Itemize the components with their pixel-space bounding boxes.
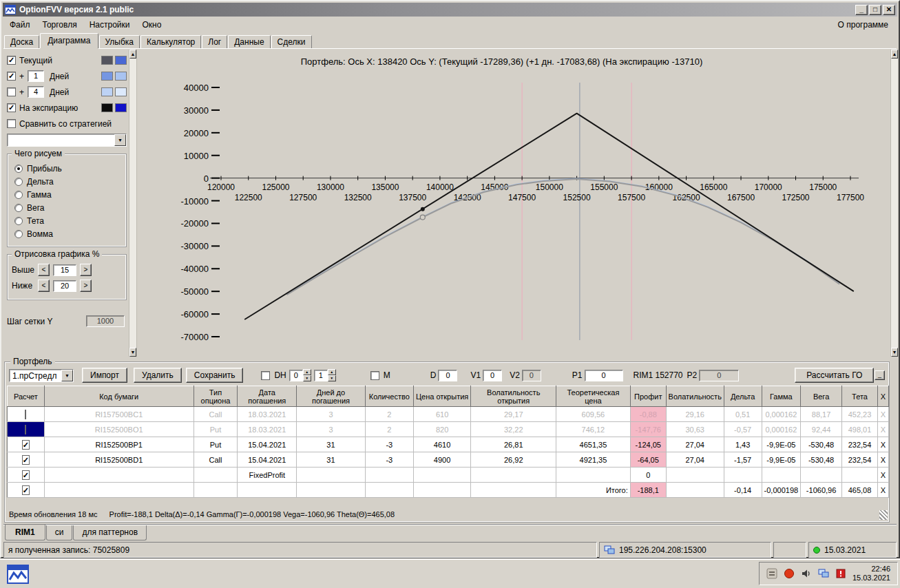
row-delete-button[interactable]: X: [877, 468, 888, 483]
color-swatch[interactable]: [115, 87, 127, 96]
menu-item-1[interactable]: Торговля: [36, 19, 83, 31]
table-row-4[interactable]: ✓FixedProfit0X: [8, 468, 889, 483]
scroll-up-icon[interactable]: ▲: [129, 50, 136, 59]
menu-item-0[interactable]: Файл: [3, 19, 36, 31]
dh-spinner-a-value[interactable]: 0: [289, 370, 303, 381]
row-delete-button[interactable]: X: [877, 483, 888, 498]
curve-checkbox[interactable]: ✓: [7, 72, 16, 81]
below-percent-input[interactable]: 20: [53, 280, 76, 292]
radio-button[interactable]: [14, 230, 23, 238]
v1-input[interactable]: 0: [483, 370, 502, 381]
close-button[interactable]: ✕: [883, 5, 895, 15]
row-delete-button[interactable]: X: [877, 407, 888, 422]
d-input[interactable]: 0: [438, 370, 457, 381]
color-swatch[interactable]: [115, 103, 127, 112]
tab-2[interactable]: Улыбка: [99, 35, 140, 48]
column-header-0[interactable]: Расчет: [8, 386, 45, 407]
row-calc-cell[interactable]: ✓: [8, 483, 45, 498]
calc-margin-button[interactable]: Рассчитать ГО: [795, 368, 874, 383]
m-checkbox[interactable]: [370, 371, 379, 380]
color-swatch[interactable]: [101, 56, 113, 65]
chevron-down-icon[interactable]: ▼: [114, 134, 126, 146]
radio-button[interactable]: [14, 165, 23, 173]
scroll-down-icon[interactable]: ▼: [129, 348, 136, 357]
column-header-6[interactable]: Цена открытия: [413, 386, 471, 407]
p1-input[interactable]: 0: [585, 370, 623, 381]
tab-3[interactable]: Калькулятор: [140, 35, 201, 48]
table-row-1[interactable]: RI152500BO1Put18.03.20213282032,22746,12…: [8, 422, 889, 437]
taskbar-app-icon[interactable]: [7, 563, 29, 585]
color-swatch[interactable]: [101, 72, 113, 81]
dh-spinner-b[interactable]: 1 ▲▼: [314, 369, 336, 381]
v2-input[interactable]: 0: [522, 370, 541, 381]
collapse-button[interactable]: _: [875, 370, 885, 380]
tab-1[interactable]: Диаграмма: [40, 33, 98, 48]
row-calc-cell[interactable]: [8, 407, 45, 422]
color-swatch[interactable]: [115, 72, 127, 81]
save-button[interactable]: Сохранить: [186, 368, 244, 383]
sidebar-scrollbar[interactable]: ▲ ▼: [129, 50, 137, 357]
row-checkbox[interactable]: [25, 425, 26, 434]
preset-combobox[interactable]: 1.прСтредл ▼: [9, 369, 74, 382]
input-language-icon[interactable]: [766, 568, 777, 579]
column-header-3[interactable]: Дата погашения: [238, 386, 297, 407]
alert-tray-icon[interactable]: [835, 568, 846, 579]
above-percent-input[interactable]: 15: [53, 264, 76, 276]
bottom-tab-1[interactable]: си: [46, 525, 73, 540]
curve-checkbox[interactable]: [7, 119, 16, 128]
column-header-8[interactable]: Теоретическая цена: [556, 386, 631, 407]
radio-button[interactable]: [14, 178, 23, 186]
above-decrease-button[interactable]: <: [38, 264, 50, 276]
row-calc-cell[interactable]: ✓: [8, 452, 45, 468]
row-calc-cell[interactable]: ✓: [8, 468, 45, 483]
menu-about[interactable]: О программе: [830, 19, 897, 31]
row-checkbox[interactable]: ✓: [22, 470, 30, 480]
row-delete-button[interactable]: X: [877, 437, 888, 452]
maximize-button[interactable]: □: [869, 5, 881, 15]
curve-checkbox[interactable]: [7, 87, 16, 96]
color-swatch[interactable]: [101, 87, 113, 96]
table-row-3[interactable]: ✓RI152500BD1Call15.04.202131-3490026,924…: [8, 452, 889, 468]
radio-button[interactable]: [14, 191, 23, 199]
dh-spinner-a[interactable]: 0 ▲▼: [289, 369, 311, 381]
tab-4[interactable]: Лог: [202, 35, 227, 48]
days-input[interactable]: 1: [28, 70, 44, 82]
import-button[interactable]: Импорт: [82, 368, 127, 383]
above-increase-button[interactable]: >: [80, 264, 92, 276]
spin-down-icon[interactable]: ▼: [328, 375, 336, 381]
row-calc-cell[interactable]: [8, 422, 45, 437]
color-swatch[interactable]: [115, 56, 127, 65]
bottom-tab-2[interactable]: для паттернов: [73, 525, 147, 540]
row-checkbox[interactable]: ✓: [22, 455, 30, 465]
grid-step-input[interactable]: 1000: [86, 315, 125, 327]
row-calc-cell[interactable]: ✓: [8, 437, 45, 452]
minimize-button[interactable]: _: [855, 5, 868, 15]
scroll-down-icon[interactable]: ▼: [891, 348, 898, 357]
delete-button[interactable]: Удалить: [134, 368, 182, 383]
column-header-9[interactable]: Профит: [630, 386, 666, 407]
dh-spinner-b-value[interactable]: 1: [314, 370, 328, 381]
spin-up-icon[interactable]: ▲: [303, 369, 311, 375]
below-decrease-button[interactable]: <: [38, 280, 50, 292]
app-tray-icon[interactable]: [784, 568, 795, 579]
column-header-14[interactable]: Тета: [842, 386, 878, 407]
radio-button[interactable]: [14, 204, 23, 212]
row-checkbox[interactable]: [25, 410, 26, 419]
curve-checkbox[interactable]: ✓: [7, 56, 16, 65]
row-checkbox[interactable]: ✓: [22, 440, 30, 450]
tab-6[interactable]: Сделки: [271, 35, 312, 48]
row-delete-button[interactable]: X: [877, 422, 888, 437]
bottom-tab-0[interactable]: RIM1: [5, 525, 45, 540]
column-header-10[interactable]: Волатильность: [666, 386, 724, 407]
column-header-7[interactable]: Волатильность открытия: [471, 386, 556, 407]
menu-item-2[interactable]: Настройки: [83, 19, 136, 31]
tab-5[interactable]: Данные: [228, 35, 270, 48]
table-row-5[interactable]: ✓Итого:-188,1-0,14-0,000198-1060,96465,0…: [8, 483, 889, 498]
table-row-2[interactable]: ✓RI152500BP1Put15.04.202131-3461026,8146…: [8, 437, 889, 452]
row-delete-button[interactable]: X: [877, 452, 888, 468]
tab-0[interactable]: Доска: [4, 35, 39, 48]
spin-up-icon[interactable]: ▲: [328, 369, 336, 375]
strategy-combobox[interactable]: ▼: [7, 134, 127, 147]
radio-button[interactable]: [14, 217, 23, 225]
column-header-4[interactable]: Дней до погашения: [297, 386, 366, 407]
